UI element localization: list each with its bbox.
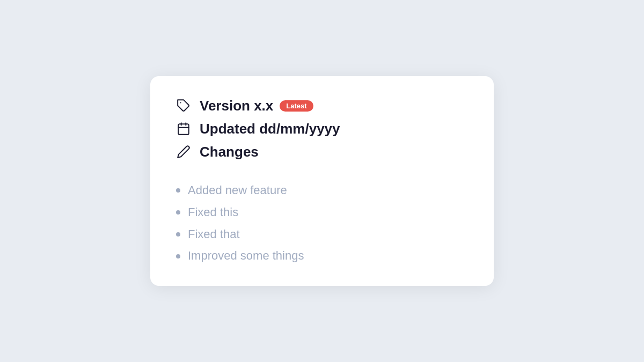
bullet-icon (176, 210, 180, 215)
change-item-text: Added new feature (188, 182, 287, 199)
tag-icon (176, 98, 191, 113)
changes-row: Changes (176, 144, 468, 160)
divider (176, 171, 468, 172)
changes-label: Changes (200, 144, 259, 160)
pencil-icon (176, 144, 191, 159)
bullet-icon (176, 232, 180, 237)
version-card: Version x.x Latest Updated dd/mm/yyyy Ch… (150, 76, 494, 286)
version-label: Version x.x Latest (200, 98, 313, 114)
bullet-icon (176, 188, 180, 193)
change-item-text: Fixed that (188, 226, 240, 243)
version-row: Version x.x Latest (176, 98, 468, 114)
change-item-text: Fixed this (188, 204, 238, 221)
list-item: Fixed this (176, 204, 468, 221)
list-item: Fixed that (176, 226, 468, 243)
svg-rect-1 (178, 124, 189, 135)
latest-badge: Latest (280, 100, 313, 112)
updated-label: Updated dd/mm/yyyy (200, 121, 340, 137)
calendar-icon (176, 121, 191, 136)
version-text: Version x.x (200, 98, 273, 114)
changes-list: Added new feature Fixed this Fixed that … (176, 182, 468, 264)
change-item-text: Improved some things (188, 248, 304, 264)
list-item: Improved some things (176, 248, 468, 264)
bullet-icon (176, 254, 180, 258)
updated-row: Updated dd/mm/yyyy (176, 121, 468, 137)
list-item: Added new feature (176, 182, 468, 199)
